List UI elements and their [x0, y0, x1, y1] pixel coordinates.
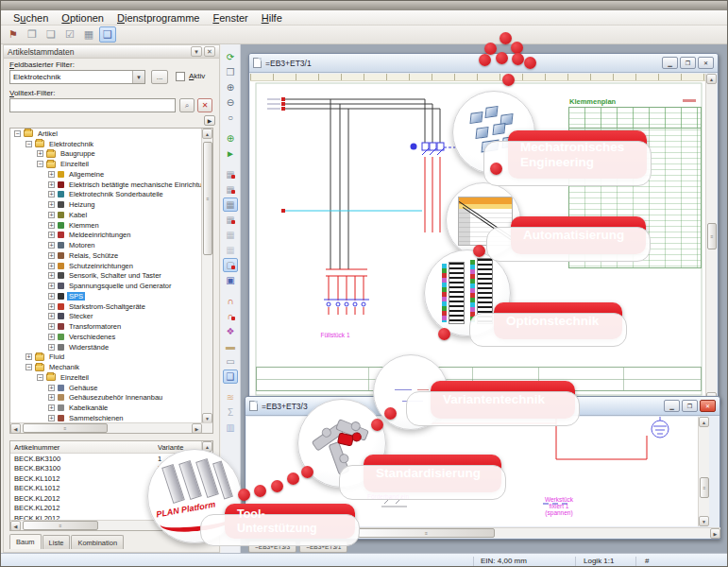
tree-item-transformatoren[interactable]: +Transformatoren: [10, 321, 202, 332]
expand-icon[interactable]: +: [48, 415, 55, 421]
tree-item-geh-use[interactable]: +Gehäuse: [10, 383, 202, 393]
scroll-down-icon[interactable]: ▼: [699, 516, 709, 526]
tree-item-verschiedenes[interactable]: +Verschiedenes: [10, 332, 202, 342]
tree-item-elektrisch-bet-tigte-mechanische-einrichtunge[interactable]: +Elektrisch betätigte mechanische Einric…: [10, 180, 202, 190]
field-filter-browse-button[interactable]: ...: [151, 70, 168, 84]
expand-icon[interactable]: +: [48, 252, 55, 259]
tree-item-meldeeinrichtungen[interactable]: +Meldeeinrichtungen: [10, 231, 202, 241]
minimize-icon[interactable]: ▁: [664, 400, 680, 412]
expand-icon[interactable]: +: [48, 191, 55, 198]
expand-icon[interactable]: +: [48, 334, 55, 340]
tree-item-elektrotechnik-sonderbauteile[interactable]: +Elektrotechnik Sonderbauteile: [10, 190, 202, 200]
tree-scroll-thumb[interactable]: ≡: [203, 142, 212, 255]
window2-vertical-scrollbar[interactable]: ▲ ▼ ≡: [698, 417, 709, 526]
snap-on-icon[interactable]: ∩: [223, 294, 238, 308]
fulltext-filter-input[interactable]: [9, 98, 176, 112]
tree-item-schutzeinrichtungen[interactable]: +Schutzeinrichtungen: [10, 261, 202, 271]
expand-icon[interactable]: +: [48, 385, 55, 391]
expand-icon[interactable]: +: [48, 313, 55, 319]
tree-item-relais-sch-tze[interactable]: +Relais, Schütze: [10, 250, 202, 261]
tree-item-klemmen[interactable]: +Klemmen: [10, 220, 202, 231]
tree-item-einzelteil[interactable]: −Einzelteil: [10, 372, 202, 383]
scroll-up-icon[interactable]: ▲: [699, 417, 709, 427]
workspace-icon[interactable]: ❑: [99, 26, 116, 43]
tab-kombination[interactable]: Kombination: [71, 535, 124, 549]
column-header-artikelnummer[interactable]: Artikelnummer: [10, 443, 158, 452]
tree-item-mechanik[interactable]: −Mechanik: [10, 362, 202, 372]
sum-icon[interactable]: Σ: [223, 405, 238, 420]
tree-item-artikel[interactable]: −Artikel: [10, 129, 202, 139]
snap-grid-icon[interactable]: ▢: [223, 258, 238, 272]
grid-small-icon[interactable]: ▦: [223, 167, 238, 181]
expand-icon[interactable]: +: [48, 232, 55, 238]
tree-item-sammelschienen[interactable]: +Sammelschienen: [10, 413, 202, 422]
tree-item-einzelteil[interactable]: −Einzelteil: [10, 159, 202, 169]
cascade-windows-icon[interactable]: ❏: [42, 26, 59, 43]
panel-expand-button[interactable]: ▶: [204, 115, 215, 126]
scroll-right-icon[interactable]: ▶: [710, 528, 720, 539]
list-hscroll-thumb[interactable]: ≡: [23, 521, 98, 530]
expand-icon[interactable]: +: [48, 272, 55, 279]
window2-scroll-thumb[interactable]: ≡: [700, 477, 709, 498]
expand-icon[interactable]: +: [48, 283, 55, 289]
snap-off-icon[interactable]: ∩: [223, 309, 238, 323]
grid-extra-icon[interactable]: ▦: [223, 213, 238, 227]
layers-icon[interactable]: ≋: [223, 390, 238, 404]
tree-item-kabel[interactable]: +Kabel: [10, 210, 202, 220]
tree-item-sps[interactable]: +SPS: [10, 291, 202, 301]
tree-item-baugruppe[interactable]: +Baugruppe: [10, 149, 202, 160]
navigator-window-icon[interactable]: ❑: [223, 369, 238, 384]
minimize-icon[interactable]: ▁: [662, 57, 678, 69]
expand-icon[interactable]: +: [48, 201, 55, 208]
aktiv-checkbox[interactable]: [176, 72, 185, 81]
tree-vertical-scrollbar[interactable]: ▲ ▼ ≡: [201, 129, 212, 423]
expand-icon[interactable]: +: [48, 344, 55, 351]
window2-hscroll-thumb[interactable]: ≡: [358, 528, 495, 538]
expand-icon[interactable]: +: [48, 222, 55, 229]
text-field-icon[interactable]: ▬: [223, 339, 238, 353]
collapse-icon[interactable]: −: [37, 161, 43, 167]
expand-icon[interactable]: +: [48, 263, 55, 269]
tree-item-starkstrom-schaltger-te[interactable]: +Starkstrom-Schaltgeräte: [10, 301, 202, 312]
tree-hscroll-thumb[interactable]: ≡: [23, 423, 108, 433]
scroll-left-icon[interactable]: ◀: [10, 521, 21, 531]
restore-icon[interactable]: ❐: [680, 57, 696, 69]
tree-horizontal-scrollbar[interactable]: ◀ ▶ ≡: [10, 422, 213, 433]
clear-filter-icon[interactable]: ✕: [197, 98, 212, 112]
collapse-icon[interactable]: −: [14, 130, 21, 137]
window1-scroll-thumb[interactable]: ≡: [707, 223, 717, 249]
search-icon[interactable]: ⌕: [179, 98, 195, 112]
bookmark-icon[interactable]: ⚑: [5, 26, 22, 43]
new-window-icon[interactable]: ❐: [24, 26, 41, 43]
grid-medium-icon[interactable]: ▦: [223, 182, 238, 197]
table-view-icon[interactable]: ▦: [80, 26, 97, 43]
menu-dienstprogramme[interactable]: Dienstprogramme: [110, 10, 206, 26]
tree-item-fluid[interactable]: +Fluid: [10, 352, 202, 363]
expand-icon[interactable]: +: [48, 212, 55, 218]
close-icon[interactable]: ✕: [700, 400, 716, 412]
scroll-right-icon[interactable]: ▶: [192, 423, 202, 434]
expand-icon[interactable]: +: [48, 293, 55, 300]
tree-item-heizung[interactable]: +Heizung: [10, 199, 202, 210]
menu-suchen[interactable]: Suchen: [7, 10, 55, 26]
refresh-icon[interactable]: ⟳: [223, 50, 238, 64]
menu-hilfe[interactable]: Hilfe: [255, 10, 289, 26]
collapse-icon[interactable]: −: [25, 141, 32, 147]
expand-icon[interactable]: +: [48, 394, 55, 401]
tree-item-spannungsquelle-und-generator[interactable]: +Spannungsquelle und Generator: [10, 281, 202, 291]
expand-icon[interactable]: +: [37, 150, 43, 157]
collapse-icon[interactable]: −: [37, 374, 43, 381]
grid-off-icon[interactable]: ▦: [223, 228, 238, 242]
tab-baum[interactable]: Baum: [9, 534, 42, 549]
scroll-up-icon[interactable]: ▲: [202, 129, 212, 139]
zoom-page-icon[interactable]: ○: [223, 111, 238, 125]
tree-item-kabelkan-le[interactable]: +Kabelkanäle: [10, 403, 202, 413]
zoom-out-icon[interactable]: ⊖: [223, 95, 238, 110]
window1-vertical-scrollbar[interactable]: ▲ ▼ ≡: [705, 74, 717, 403]
collapse-icon[interactable]: −: [25, 364, 32, 370]
tree-item-sensorik-schalter-und-taster[interactable]: +Sensorik, Schalter und Taster: [10, 271, 202, 282]
expand-icon[interactable]: +: [48, 171, 55, 178]
columns-icon[interactable]: ▥: [223, 421, 238, 435]
tree-item-allgemeine[interactable]: +Allgemeine: [10, 169, 202, 180]
menu-optionen[interactable]: Optionen: [55, 10, 110, 26]
